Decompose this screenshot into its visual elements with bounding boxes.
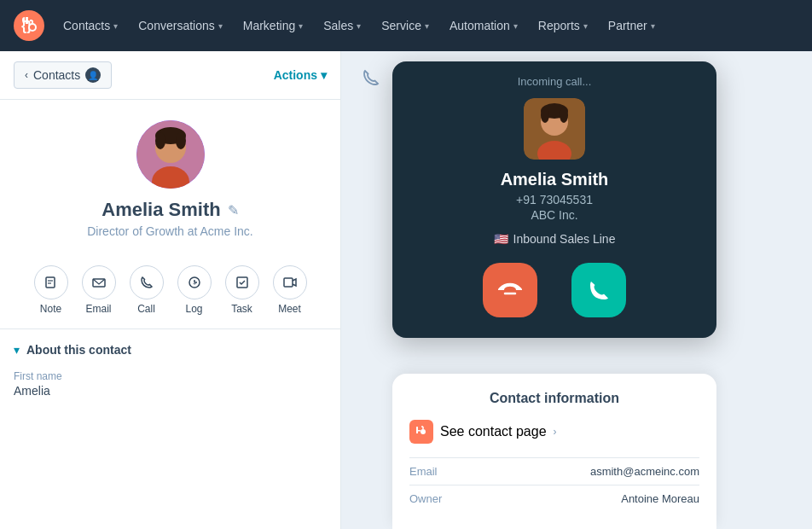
note-button[interactable]: Note xyxy=(34,265,68,315)
firstname-value: Amelia xyxy=(14,384,327,398)
owner-value: Antoine Moreau xyxy=(621,492,699,505)
hubspot-logo[interactable]: {} xyxy=(14,10,44,41)
about-chevron-icon: ▾ xyxy=(14,343,20,357)
nav-partner[interactable]: Partner ▾ xyxy=(600,14,664,38)
nav-contacts[interactable]: Contacts ▾ xyxy=(55,14,126,38)
task-icon xyxy=(225,265,259,299)
email-label: Email xyxy=(409,465,438,478)
nav-reports[interactable]: Reports ▾ xyxy=(530,14,596,38)
svg-point-11 xyxy=(176,132,186,149)
email-field-row: Email asmith@acmeinc.com xyxy=(409,457,699,485)
svg-text:+: + xyxy=(193,281,196,287)
nav-automation-chevron: ▾ xyxy=(513,21,518,31)
email-button[interactable]: Email xyxy=(82,265,116,315)
actions-chevron-icon: ▾ xyxy=(321,68,327,82)
contact-name-row: Amelia Smith ✎ xyxy=(14,199,327,221)
nav-marketing[interactable]: Marketing ▾ xyxy=(235,14,311,38)
svg-point-3 xyxy=(30,25,35,30)
svg-point-27 xyxy=(560,108,568,123)
contacts-back-button[interactable]: ‹ Contacts 👤 xyxy=(14,61,112,89)
svg-rect-33 xyxy=(416,430,420,432)
call-button[interactable]: Call xyxy=(130,265,164,315)
nav-marketing-chevron: ▾ xyxy=(299,21,303,31)
person-icon: 👤 xyxy=(85,67,101,83)
back-chevron-icon: ‹ xyxy=(25,69,28,81)
owner-field-row: Owner Antoine Moreau xyxy=(409,485,699,512)
call-company: ABC Inc. xyxy=(392,208,716,222)
accept-call-button[interactable] xyxy=(571,263,626,317)
contact-name: Amelia Smith xyxy=(102,199,220,221)
firstname-field: First name Amelia xyxy=(14,370,327,398)
call-line-label: Inbound Sales Line xyxy=(513,232,616,246)
meet-icon xyxy=(273,265,307,299)
note-icon xyxy=(34,265,68,299)
nav-partner-chevron: ▾ xyxy=(651,21,655,31)
nav-contacts-chevron: ▾ xyxy=(113,21,118,31)
log-button[interactable]: + Log xyxy=(177,265,212,315)
contact-info-card: Contact information See contact page › E… xyxy=(392,374,716,529)
edit-icon[interactable]: ✎ xyxy=(228,202,239,218)
left-panel: ‹ Contacts 👤 Actions ▾ xyxy=(0,51,341,529)
call-icon xyxy=(130,265,164,299)
contact-title: Director of Growth at Acme Inc. xyxy=(14,224,327,238)
top-navigation: {} Contacts ▾ Conversations ▾ Marketing … xyxy=(0,0,812,51)
nav-reports-chevron: ▾ xyxy=(583,21,588,31)
phone-dial-icon[interactable] xyxy=(362,68,380,92)
log-icon: + xyxy=(177,265,212,299)
action-buttons-row: Note Email Call + Log xyxy=(0,265,340,328)
hubspot-brand-icon xyxy=(409,420,433,444)
svg-point-10 xyxy=(155,132,165,149)
about-section-header[interactable]: ▾ About this contact xyxy=(14,343,327,357)
panel-header: ‹ Contacts 👤 Actions ▾ xyxy=(0,51,340,100)
email-value: asmith@acmeinc.com xyxy=(590,465,699,478)
right-panel: Incoming call... Amelia Smith +91 730455… xyxy=(341,51,812,529)
main-layout: ‹ Contacts 👤 Actions ▾ xyxy=(0,51,812,529)
call-actions xyxy=(392,263,716,338)
about-title: About this contact xyxy=(26,343,131,357)
flag-icon: 🇺🇸 xyxy=(494,232,508,246)
avatar xyxy=(136,120,205,189)
nav-service[interactable]: Service ▾ xyxy=(373,14,438,38)
nav-automation[interactable]: Automation ▾ xyxy=(441,14,526,38)
svg-rect-21 xyxy=(284,278,293,287)
call-avatar xyxy=(524,98,585,160)
about-section: ▾ About this contact First name Amelia xyxy=(0,328,340,421)
nav-conversations-chevron: ▾ xyxy=(218,21,223,31)
actions-button[interactable]: Actions ▾ xyxy=(274,68,327,82)
see-contact-link[interactable]: See contact page › xyxy=(409,420,699,444)
svg-point-26 xyxy=(541,108,549,123)
incoming-label: Incoming call... xyxy=(392,61,716,98)
back-label: Contacts xyxy=(33,68,80,82)
svg-rect-12 xyxy=(46,277,55,288)
see-contact-chevron-icon: › xyxy=(554,426,557,438)
contact-profile: Amelia Smith ✎ Director of Growth at Acm… xyxy=(0,100,340,265)
call-line-row: 🇺🇸 Inbound Sales Line xyxy=(392,232,716,246)
nav-sales[interactable]: Sales ▾ xyxy=(315,14,369,38)
call-phone: +91 73045531 xyxy=(392,193,716,206)
meet-button[interactable]: Meet xyxy=(273,265,307,315)
nav-sales-chevron: ▾ xyxy=(357,21,361,31)
incoming-call-card: Incoming call... Amelia Smith +91 730455… xyxy=(392,61,716,338)
contact-info-title: Contact information xyxy=(409,391,699,406)
nav-conversations[interactable]: Conversations ▾ xyxy=(130,14,231,38)
see-contact-label: See contact page xyxy=(440,424,547,439)
firstname-label: First name xyxy=(14,370,327,382)
call-contact-name: Amelia Smith xyxy=(392,170,716,189)
email-icon xyxy=(82,265,116,299)
owner-label: Owner xyxy=(409,492,442,505)
decline-call-button[interactable] xyxy=(483,263,537,317)
svg-point-29 xyxy=(420,429,426,434)
task-button[interactable]: Task xyxy=(225,265,259,315)
nav-service-chevron: ▾ xyxy=(425,21,429,31)
